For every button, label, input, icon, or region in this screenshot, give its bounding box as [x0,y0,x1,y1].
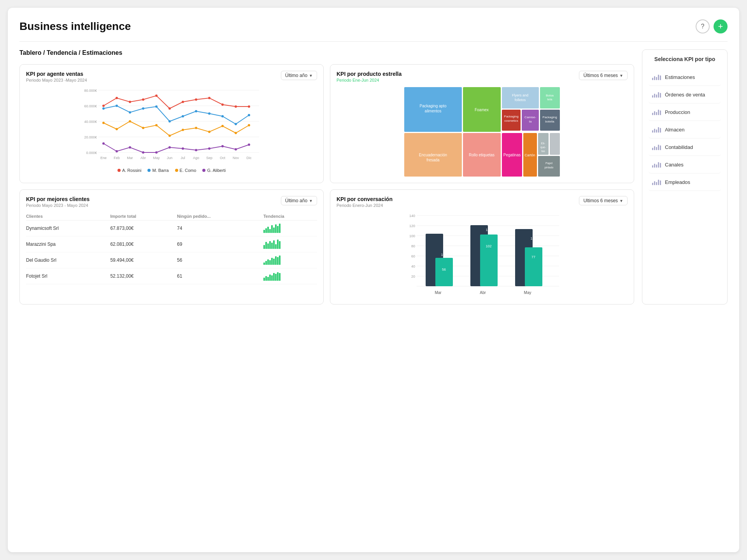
svg-text:80.000€: 80.000€ [84,89,97,93]
svg-text:Mar: Mar [435,290,442,295]
svg-point-69 [248,144,250,146]
header: Business intelligence ? + [19,19,728,42]
svg-text:60.000€: 60.000€ [84,104,97,108]
svg-point-44 [235,123,237,125]
kpi-conversacion-card: KPI por conversación Periodo Enero-Jun 2… [330,189,634,304]
bar-chart-area: 140 120 100 80 60 40 20 [337,212,628,298]
svg-text:cosmetics: cosmetics [504,119,518,122]
kpi-conversacion-subtitle: Periodo Enero-Jun 2024 [337,203,393,208]
svg-point-59 [116,150,118,152]
treemap-svg: Packaging apto alimentos Foamex Flyers a… [337,87,628,177]
client-trend [263,268,317,284]
client-trend [263,236,317,252]
sidebar-label-produccion: Produccion [665,109,690,115]
svg-text:tela: tela [547,98,552,101]
svg-text:Papel: Papel [545,162,552,165]
svg-text:102: 102 [486,244,491,248]
kpi-producto-subtitle: Periodo Ene-Jun 2024 [337,78,402,82]
kpi-clientes-title-area: KPI por mejores clientes Periodo Mayo 20… [26,196,89,208]
svg-point-65 [195,149,197,151]
sidebar-label-contabilidad: Contabilidad [665,144,693,150]
app-container: Business intelligence ? + Tablero / Tend… [8,8,739,552]
dropdown-arrow-4: ▼ [619,199,623,203]
svg-text:May: May [524,290,531,295]
svg-text:121: 121 [486,228,491,232]
sidebar-item-ordenes[interactable]: Órdenes de venta [649,86,721,103]
help-button[interactable]: ? [696,19,710,33]
sidebar-item-canales[interactable]: Canales [649,156,721,173]
kpi-clientes-subtitle: Periodo Mayo 2023 - Mayo 2024 [26,203,89,208]
svg-text:104: 104 [441,253,447,257]
col-trend: Tendencia [263,212,317,220]
svg-point-60 [129,146,131,149]
svg-rect-123 [435,258,453,286]
svg-point-38 [155,105,158,108]
legend-como: E. Como [175,168,196,173]
svg-point-50 [155,124,158,126]
svg-text:Packaging apto: Packaging apto [420,104,447,108]
svg-text:que-: que- [540,146,546,149]
kpi-conversacion-dropdown[interactable]: Ultimos 6 meses ▼ [579,196,628,205]
kpi-conversacion-title: KPI por conversación [337,196,393,202]
legend-aliberti-label: G. Aliberti [207,168,226,173]
svg-point-43 [221,115,224,117]
svg-point-33 [248,105,250,108]
sidebar-label-estimaciones: Estimaciones [665,74,695,80]
svg-text:Jun: Jun [167,156,173,160]
svg-point-62 [155,151,158,154]
client-name: Fotojet Srl [26,268,110,284]
svg-text:Abr: Abr [480,290,486,295]
kpi-agente-dropdown[interactable]: Último año ▼ [281,71,317,80]
svg-text:fresada: fresada [426,158,440,162]
svg-rect-106 [550,133,560,155]
legend-aliberti: G. Aliberti [202,168,226,173]
table-row: Marazzini Spa 62.081,00€ 69 [26,236,317,252]
dropdown-arrow-2: ▼ [619,74,623,78]
sidebar-item-estimaciones[interactable]: Estimaciones [649,68,721,86]
svg-point-42 [208,112,210,115]
table-row: Del Gaudio Srl 59.494,00€ 56 [26,252,317,268]
svg-text:77: 77 [531,255,535,259]
svg-point-64 [182,147,184,150]
svg-text:Cartón: Cartón [524,153,535,157]
col-orders: Ningún pedido... [177,212,263,220]
clients-table-body: Dynamicsoft Srl 67.873,00€ 74 [26,220,317,284]
dropdown-arrow: ▼ [309,74,313,78]
svg-point-26 [155,94,158,97]
kpi-producto-title-area: KPI por producto estrella Periodo Ene-Ju… [337,71,402,82]
sidebar-item-empleados[interactable]: Empleados [649,173,721,191]
svg-text:Ene: Ene [100,156,107,160]
sidebar-item-contabilidad[interactable]: Contabilidad [649,138,721,156]
bar-chart-icon-4 [652,126,661,133]
svg-text:Camise-: Camise- [524,116,536,119]
col-clients: Clientes [26,212,110,220]
client-orders: 61 [177,268,263,284]
kpi-producto-dropdown[interactable]: Últimos 6 meses ▼ [579,71,628,80]
svg-point-29 [195,98,197,101]
client-name: Marazzini Spa [26,236,110,252]
svg-point-58 [102,142,105,145]
kpi-clientes-header: KPI por mejores clientes Periodo Mayo 20… [26,196,317,208]
svg-point-28 [182,101,184,103]
charts-grid: KPI por agente ventas Periodo Mayo 2023 … [19,64,634,304]
kpi-producto-card: KPI por producto estrella Periodo Ene-Ju… [330,64,634,183]
svg-text:Packaging: Packaging [542,116,557,119]
svg-point-41 [195,110,197,112]
sidebar-item-produccion[interactable]: Produccion [649,103,721,121]
svg-point-40 [182,115,184,117]
kpi-clientes-dropdown[interactable]: Último año ▼ [281,196,317,205]
svg-text:Jul: Jul [181,156,185,160]
sidebar-title: Selecciona KPI por tipo [649,56,721,62]
sidebar-item-almacen[interactable]: Almacen [649,121,721,138]
legend-como-label: E. Como [180,168,196,173]
svg-point-30 [208,97,210,99]
svg-text:tas: tas [541,150,545,152]
kpi-producto-header: KPI por producto estrella Periodo Ene-Ju… [337,71,628,82]
svg-point-35 [116,105,118,107]
add-button[interactable]: + [714,19,728,33]
svg-point-57 [248,124,250,126]
svg-point-63 [168,146,171,149]
svg-point-54 [208,131,210,133]
sidebar-label-empleados: Empleados [665,179,690,185]
sidebar-label-ordenes: Órdenes de venta [665,92,705,98]
